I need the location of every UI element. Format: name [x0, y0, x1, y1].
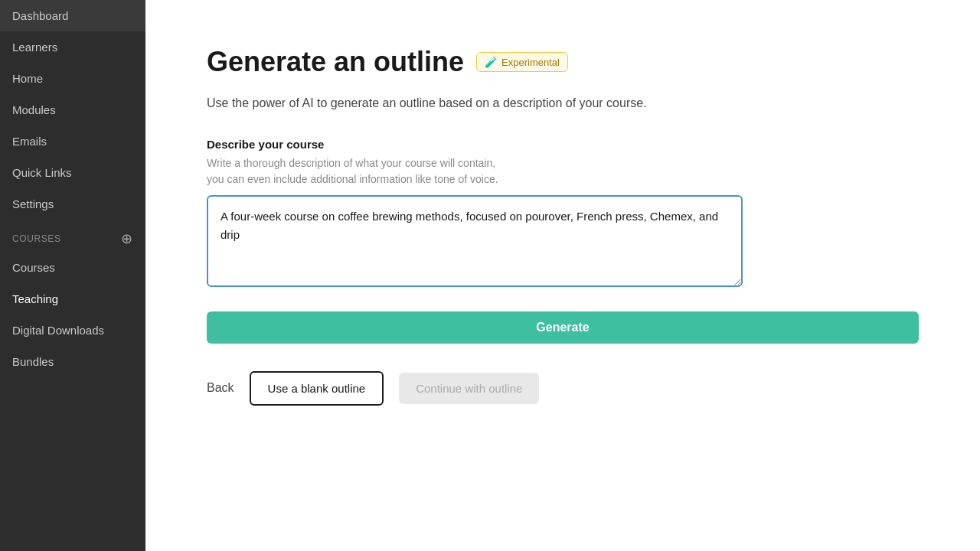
sidebar-item-emails[interactable]: Emails: [0, 126, 145, 157]
action-row: Back Use a blank outline Continue with o…: [207, 371, 919, 406]
course-description-textarea[interactable]: A four-week course on coffee brewing met…: [207, 195, 743, 287]
sidebar-item-courses[interactable]: Courses: [0, 252, 145, 283]
sidebar-item-modules[interactable]: Modules: [0, 94, 145, 126]
sidebar-item-digital-downloads[interactable]: Digital Downloads: [0, 315, 145, 346]
sidebar-item-home[interactable]: Home: [0, 63, 145, 94]
page-description: Use the power of AI to generate an outli…: [207, 93, 743, 113]
sidebar: Dashboard Learners Home Modules Emails Q…: [0, 0, 145, 551]
sidebar-item-bundles[interactable]: Bundles: [0, 346, 145, 377]
add-course-icon[interactable]: ⊕: [121, 230, 133, 247]
sidebar-item-label: Learners: [12, 41, 57, 54]
sidebar-item-label: Digital Downloads: [12, 324, 104, 337]
sidebar-item-label: Settings: [12, 197, 54, 210]
page-header: Generate an outline 🧪 Experimental: [207, 46, 919, 78]
sidebar-item-settings[interactable]: Settings: [0, 188, 145, 220]
sidebar-item-learners[interactable]: Learners: [0, 31, 145, 63]
sidebar-item-dashboard[interactable]: Dashboard: [0, 0, 145, 31]
sidebar-item-label: Quick Links: [12, 166, 72, 179]
sidebar-item-quick-links[interactable]: Quick Links: [0, 157, 145, 188]
blank-outline-button[interactable]: Use a blank outline: [250, 371, 384, 406]
form-label: Describe your course: [207, 138, 919, 151]
form-sublabel-line1: Write a thorough description of what you…: [207, 155, 919, 187]
sidebar-item-label: Modules: [12, 103, 56, 116]
flask-icon: 🧪: [485, 56, 498, 68]
experimental-badge: 🧪 Experimental: [476, 52, 568, 72]
sidebar-item-label: Home: [12, 72, 43, 85]
sidebar-item-label: Dashboard: [12, 9, 68, 22]
back-button[interactable]: Back: [207, 381, 234, 395]
sidebar-item-label: Bundles: [12, 355, 54, 368]
sidebar-item-label: Teaching: [12, 292, 58, 305]
sidebar-item-label: Courses: [12, 261, 55, 274]
main-content: Generate an outline 🧪 Experimental Use t…: [145, 0, 980, 551]
sidebar-item-label: Emails: [12, 135, 47, 148]
sidebar-item-teaching[interactable]: Teaching: [0, 283, 145, 315]
form-section: Describe your course Write a thorough de…: [207, 138, 919, 290]
sidebar-section-courses: Courses ⊕: [0, 220, 145, 252]
experimental-label: Experimental: [501, 57, 560, 68]
page-title: Generate an outline: [207, 46, 464, 78]
generate-button[interactable]: Generate: [207, 311, 919, 344]
sidebar-section-label: Courses: [12, 233, 61, 244]
continue-with-outline-button[interactable]: Continue with outline: [399, 373, 539, 404]
